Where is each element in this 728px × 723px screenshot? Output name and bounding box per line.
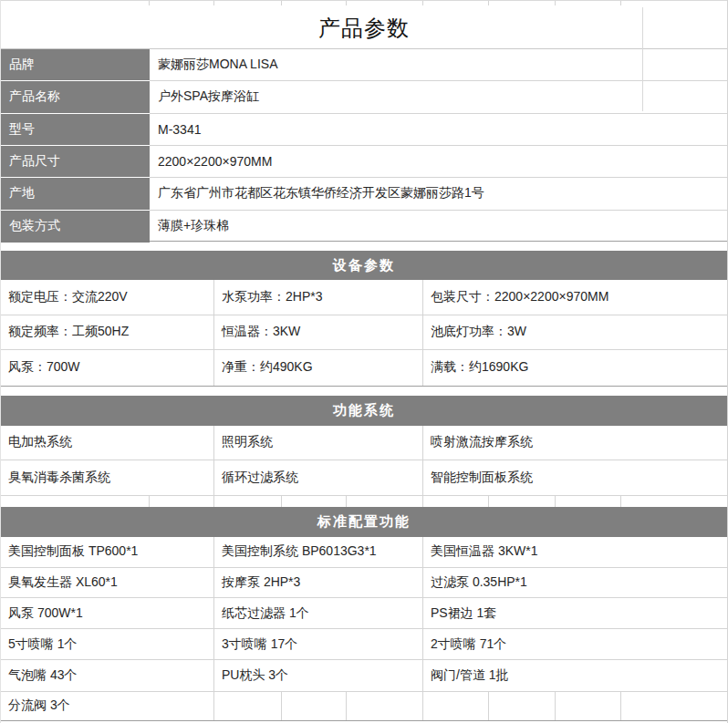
- table-row: 臭氧消毒杀菌系统 循环过滤系统 智能控制面板系统: [1, 460, 727, 495]
- param-cell: 智能控制面板系统: [423, 460, 728, 495]
- table-row: 臭氧发生器 XL60*1 按摩泵 2HP*3 过滤泵 0.35HP*1: [1, 568, 727, 599]
- param-cell: 纸芯过滤器 1个: [214, 598, 423, 629]
- table-row: 风泵：700W 净重：约490KG 满载：约1690KG: [1, 350, 727, 386]
- info-value-brand: 蒙娜丽莎MONA LISA: [150, 49, 727, 81]
- param-cell: 过滤泵 0.35HP*1: [423, 568, 728, 599]
- grid-cell: [621, 692, 727, 720]
- section-header-standard-config: 标准配置功能: [1, 507, 727, 537]
- grid-cell: [282, 1, 347, 5]
- grid-cell: [423, 496, 489, 507]
- grid-cell: [1, 496, 150, 507]
- grid-divider: [642, 7, 643, 111]
- grid-cell: [423, 692, 489, 720]
- param-cell: 美国控制系统 BP6013G3*1: [214, 537, 423, 568]
- table-row: 产品名称 户外SPA按摩浴缸: [1, 81, 727, 113]
- param-cell: 3寸喷嘴 17个: [214, 629, 423, 660]
- grid-cell: [489, 692, 556, 720]
- section-header-equipment: 设备参数: [1, 251, 727, 280]
- param-cell: 满载：约1690KG: [423, 350, 728, 386]
- product-parameter-sheet: 产品参数 品牌 蒙娜丽莎MONA LISA 产品名称 户外SPA按摩浴缸 型号 …: [0, 0, 728, 723]
- param-cell: 恒温器：3KW: [214, 315, 423, 351]
- section-header-function-systems: 功能系统: [1, 396, 727, 426]
- table-row: 品牌 蒙娜丽莎MONA LISA: [1, 49, 727, 81]
- param-cell: 电加热系统: [1, 426, 214, 460]
- page-title: 产品参数: [1, 7, 727, 48]
- table-row: 美国控制面板 TP600*1 美国控制系统 BP6013G3*1 美国恒温器 3…: [1, 537, 727, 568]
- param-cell: PU枕头 3个: [214, 660, 423, 691]
- info-label-product-name: 产品名称: [1, 81, 150, 113]
- spreadsheet-top-gridline-row: [1, 0, 727, 7]
- info-label-size: 产品尺寸: [1, 146, 150, 178]
- param-cell: PS裙边 1套: [423, 598, 728, 629]
- grid-cell: [423, 1, 489, 5]
- grid-cell: [347, 496, 423, 507]
- param-cell: 气泡嘴 43个: [1, 660, 214, 691]
- grid-cell: [347, 692, 423, 720]
- info-value-model: M-3341: [150, 114, 727, 146]
- info-value-packaging: 薄膜+珍珠棉: [150, 211, 727, 243]
- product-info-table: 品牌 蒙娜丽莎MONA LISA 产品名称 户外SPA按摩浴缸 型号 M-334…: [1, 48, 727, 242]
- param-cell: 风泵：700W: [1, 350, 214, 386]
- param-cell: 阀门/管道 1批: [423, 660, 728, 691]
- info-label-origin: 产地: [1, 178, 150, 210]
- grid-cell: [489, 1, 556, 5]
- info-value-size: 2200×2200×970MM: [150, 146, 727, 178]
- grid-cell: [347, 1, 423, 5]
- spacer: [1, 387, 727, 396]
- info-label-packaging: 包装方式: [1, 211, 150, 243]
- param-cell: 额定电压：交流220V: [1, 280, 214, 315]
- grid-cell: [150, 496, 214, 507]
- param-cell: 池底灯功率：3W: [423, 315, 728, 351]
- param-cell: 按摩泵 2HP*3: [214, 568, 423, 599]
- param-cell: 喷射激流按摩系统: [423, 426, 728, 460]
- table-row: 产地 广东省广州市花都区花东镇华侨经济开发区蒙娜丽莎路1号: [1, 178, 727, 210]
- param-cell: 2寸喷嘴 71个: [423, 629, 728, 660]
- equipment-params-table: 额定电压：交流220V 水泵功率：2HP*3 包装尺寸：2200×2200×97…: [1, 280, 727, 387]
- table-row: 包装方式 薄膜+珍珠棉: [1, 211, 727, 243]
- table-row: 风泵 700W*1 纸芯过滤器 1个 PS裙边 1套: [1, 598, 727, 629]
- param-cell: 循环过滤系统: [214, 460, 423, 495]
- table-row: 电加热系统 照明系统 喷射激流按摩系统: [1, 426, 727, 460]
- param-cell: 净重：约490KG: [214, 350, 423, 386]
- info-label-brand: 品牌: [1, 49, 150, 81]
- param-cell: 臭氧消毒杀菌系统: [1, 460, 214, 495]
- grid-cell: [214, 496, 282, 507]
- info-label-model: 型号: [1, 114, 150, 146]
- spreadsheet-empty-row: [1, 496, 727, 507]
- info-value-product-name: 户外SPA按摩浴缸: [150, 81, 727, 113]
- table-row: 产品尺寸 2200×2200×970MM: [1, 146, 727, 178]
- standard-config-table: 美国控制面板 TP600*1 美国控制系统 BP6013G3*1 美国恒温器 3…: [1, 537, 727, 691]
- param-cell: 5寸喷嘴 1个: [1, 629, 214, 660]
- spacer: [1, 242, 727, 251]
- grid-cell: [214, 692, 282, 720]
- grid-cell: [489, 496, 556, 507]
- table-row: 5寸喷嘴 1个 3寸喷嘴 17个 2寸喷嘴 71个: [1, 629, 727, 660]
- grid-cell: [282, 496, 347, 507]
- grid-cell: [282, 692, 347, 720]
- grid-cell: [214, 1, 282, 5]
- function-systems-table: 电加热系统 照明系统 喷射激流按摩系统 臭氧消毒杀菌系统 循环过滤系统 智能控制…: [1, 426, 727, 496]
- param-cell: 臭氧发生器 XL60*1: [1, 568, 214, 599]
- param-cell: 包装尺寸：2200×2200×970MM: [423, 280, 728, 315]
- grid-cell: [1, 1, 150, 5]
- param-cell: 水泵功率：2HP*3: [214, 280, 423, 315]
- grid-cell: [150, 1, 214, 5]
- grid-cell: [621, 496, 727, 507]
- param-cell: 美国恒温器 3KW*1: [423, 537, 728, 568]
- param-cell: 额定频率：工频50HZ: [1, 315, 214, 351]
- table-row: 额定频率：工频50HZ 恒温器：3KW 池底灯功率：3W: [1, 315, 727, 351]
- param-cell: 美国控制面板 TP600*1: [1, 537, 214, 568]
- table-row-last: 分流阀 3个: [1, 691, 727, 721]
- info-value-origin: 广东省广州市花都区花东镇华侨经济开发区蒙娜丽莎路1号: [150, 178, 727, 210]
- grid-cell: [621, 1, 727, 5]
- table-row: 气泡嘴 43个 PU枕头 3个 阀门/管道 1批: [1, 660, 727, 691]
- param-cell: 照明系统: [214, 426, 423, 460]
- param-cell: 分流阀 3个: [1, 692, 214, 720]
- table-row: 型号 M-3341: [1, 114, 727, 146]
- table-row: 额定电压：交流220V 水泵功率：2HP*3 包装尺寸：2200×2200×97…: [1, 280, 727, 315]
- param-cell: 风泵 700W*1: [1, 598, 214, 629]
- grid-cell: [556, 496, 621, 507]
- grid-cell: [556, 1, 621, 5]
- grid-cell: [556, 692, 621, 720]
